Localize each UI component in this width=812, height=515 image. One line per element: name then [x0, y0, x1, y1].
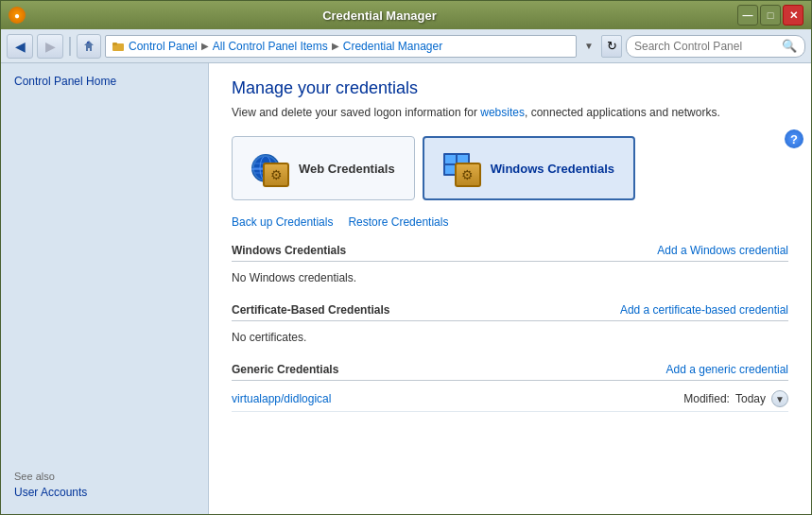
generic-creds-header: Generic Credentials Add a generic creden… — [232, 363, 788, 381]
forward-button[interactable]: ▶ — [37, 34, 63, 59]
cert-creds-title: Certificate-Based Credentials — [232, 303, 389, 317]
minimize-button[interactable]: — — [737, 5, 758, 26]
maximize-button[interactable]: □ — [760, 5, 781, 26]
windows-credentials-section: Windows Credentials Add a Windows creden… — [232, 244, 788, 292]
credential-expand-button[interactable]: ▼ — [771, 390, 788, 407]
sidebar-nav: Control Panel Home — [14, 75, 195, 92]
no-windows-creds-text: No Windows credentials. — [232, 267, 788, 292]
add-windows-credential-link[interactable]: Add a Windows credential — [657, 244, 788, 257]
window-controls: — □ ✕ — [737, 5, 803, 26]
cert-credentials-section: Certificate-Based Credentials Add a cert… — [232, 303, 788, 352]
modified-value: Today — [735, 392, 766, 405]
search-icon-button[interactable]: 🔍 — [782, 39, 797, 54]
user-accounts-link[interactable]: User Accounts — [14, 486, 195, 499]
path-dropdown-button[interactable]: ▼ — [580, 36, 597, 57]
window-title: Credential Manager — [31, 9, 728, 23]
address-bar: ◀ ▶ Control Panel ▶ All Control Panel It… — [1, 29, 811, 63]
backup-restore-links: Back up Credentials Restore Credentials — [232, 215, 788, 229]
path-all-items[interactable]: All Control Panel Items — [213, 40, 328, 53]
add-generic-credential-link[interactable]: Add a generic credential — [666, 363, 788, 376]
credential-row: virtualapp/didlogical Modified: Today ▼ — [232, 386, 788, 412]
cert-creds-header: Certificate-Based Credentials Add a cert… — [232, 303, 788, 321]
restore-credentials-link[interactable]: Restore Credentials — [348, 215, 448, 229]
credential-tabs: Web Credentials — [232, 136, 788, 200]
path-credential-manager[interactable]: Credential Manager — [343, 40, 442, 53]
windows-credentials-tab[interactable]: Windows Credentials — [423, 136, 635, 200]
sidebar-bottom: See also User Accounts — [14, 471, 195, 503]
modified-label: Modified: — [683, 392, 730, 405]
close-button[interactable]: ✕ — [783, 5, 803, 26]
back-button[interactable]: ◀ — [7, 34, 33, 59]
websites-link[interactable]: websites — [480, 106, 525, 119]
windows-credentials-icon — [443, 149, 481, 187]
sidebar: Control Panel Home See also User Account… — [1, 63, 209, 514]
web-credentials-label: Web Credentials — [299, 162, 395, 176]
safe-icon-2 — [455, 163, 481, 187]
path-control-panel[interactable]: Control Panel — [129, 40, 198, 53]
windows-credentials-label: Windows Credentials — [491, 162, 614, 176]
see-also-label: See also — [14, 471, 195, 482]
add-cert-credential-link[interactable]: Add a certificate-based credential — [620, 303, 788, 317]
svg-rect-12 — [445, 165, 456, 174]
up-icon — [82, 40, 95, 53]
web-credentials-icon — [251, 149, 289, 187]
svg-rect-0 — [87, 42, 89, 43]
folder-icon — [112, 40, 125, 53]
app-icon: ● — [9, 7, 26, 24]
title-bar: ● Credential Manager — □ ✕ — [1, 1, 811, 29]
control-panel-home-link[interactable]: Control Panel Home — [14, 75, 195, 88]
safe-icon — [263, 163, 289, 187]
refresh-button[interactable]: ↻ — [601, 35, 622, 58]
help-button[interactable]: ? — [785, 129, 803, 148]
search-input[interactable] — [634, 40, 778, 53]
no-cert-creds-text: No certificates. — [232, 327, 788, 352]
main-layout: ? Control Panel Home See also User Accou… — [1, 63, 811, 514]
generic-credentials-section: Generic Credentials Add a generic creden… — [232, 363, 788, 412]
address-path: Control Panel ▶ All Control Panel Items … — [105, 35, 577, 58]
content-area: Manage your credentials View and delete … — [209, 63, 811, 514]
svg-rect-2 — [112, 43, 117, 45]
search-box: 🔍 — [626, 35, 805, 58]
credential-name[interactable]: virtualapp/didlogical — [232, 392, 331, 405]
page-description: View and delete your saved logon informa… — [232, 106, 788, 119]
back-up-credentials-link[interactable]: Back up Credentials — [232, 215, 333, 229]
credential-row-right: Modified: Today ▼ — [683, 390, 788, 407]
web-credentials-tab[interactable]: Web Credentials — [232, 136, 415, 200]
svg-rect-10 — [445, 155, 456, 163]
separator — [69, 37, 71, 56]
generic-creds-title: Generic Credentials — [232, 363, 338, 376]
window: ● Credential Manager — □ ✕ ◀ ▶ Control P… — [0, 0, 812, 515]
windows-creds-header: Windows Credentials Add a Windows creden… — [232, 244, 788, 262]
page-title: Manage your credentials — [232, 78, 788, 98]
windows-creds-title: Windows Credentials — [232, 244, 346, 257]
up-button[interactable] — [77, 34, 101, 59]
